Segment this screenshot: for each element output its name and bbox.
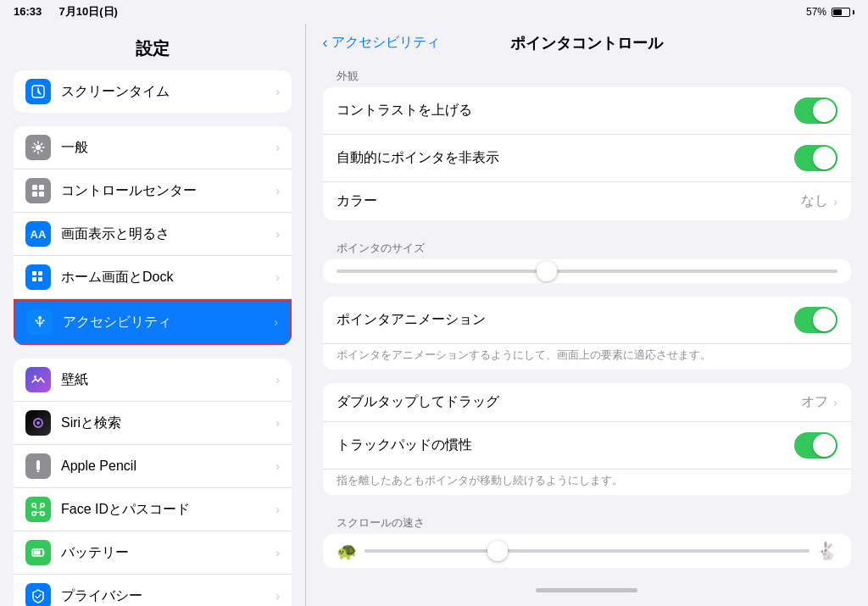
svg-rect-23 [34,551,41,555]
pointer-size-slider-track [337,270,838,273]
sidebar: 設定 スクリーンタイム › [0,24,305,606]
sidebar-chevron: › [275,589,280,603]
trackpad-description: 指を離したあともポインタが移動し続けるようにします。 [323,470,852,495]
battery-icon [25,540,51,565]
pointer-size-slider-thumb[interactable] [537,261,557,281]
status-right: 57% [806,6,854,18]
toggle-knob [813,147,836,170]
settings-group-animation: ポインタアニメーション ポインタをアニメーションするようにして、画面上の要素に適… [323,297,852,370]
svg-point-1 [36,145,41,150]
row-value-color: なし [801,192,828,210]
sidebar-group-1: スクリーンタイム › [14,70,292,113]
svg-rect-2 [32,185,37,190]
sidebar-item-general[interactable]: 一般 › [14,126,292,170]
face-id-icon [25,497,51,522]
svg-point-11 [34,375,36,378]
sidebar-item-label: 壁紙 [61,371,88,389]
back-label: アクセシビリティ [331,34,440,52]
toggle-knob [813,99,836,122]
sidebar-chevron: › [275,546,280,559]
pointer-size-slider-container [323,259,852,283]
sidebar-item-face-id[interactable]: Face IDとパスコード › [14,488,292,531]
svg-point-10 [38,316,42,320]
animation-description: ポインタをアニメーションするようにして、画面上の要素に適応させます。 [323,344,852,370]
toggle-auto-hide[interactable] [794,145,837,171]
battery-icon [832,8,854,17]
svg-marker-15 [36,470,40,472]
sidebar-item-label: スクリーンタイム [61,83,170,101]
row-double-tap[interactable]: ダブルタップしてドラッグ オフ › [323,383,852,422]
toggle-knob [813,309,836,331]
svg-rect-16 [32,503,36,507]
display-icon: AA [25,221,51,247]
sidebar-item-apple-pencil[interactable]: Apple Pencil › [14,445,292,488]
main-content: 設定 スクリーンタイム › [0,24,868,606]
sidebar-chevron: › [275,184,280,197]
settings-group-appearance: コントラストを上げる 自動的にポインタを非表示 カラー なし › [323,87,852,220]
sidebar-item-label: コントロールセンター [61,182,197,200]
bottom-bar [306,581,869,596]
sidebar-item-display[interactable]: AA 画面表示と明るさ › [14,213,292,256]
sidebar-item-privacy[interactable]: プライバシー › [14,575,292,606]
siri-icon [25,410,51,436]
status-time: 16:33 7月10日(日) [14,4,118,19]
svg-rect-9 [38,277,42,281]
sidebar-item-home-screen[interactable]: ホーム画面とDock › [14,256,292,299]
svg-point-13 [36,421,40,425]
svg-rect-19 [41,512,44,515]
scroll-slider-row: 🐢 🐇 [323,534,852,568]
toggle-contrast[interactable] [794,97,837,124]
sidebar-item-wallpaper[interactable]: 壁紙 › [14,359,292,402]
sidebar-chevron: › [275,85,280,98]
sidebar-item-accessibility[interactable]: アクセシビリティ › [14,299,292,345]
sidebar-group-3: 壁紙 › Siriと検索 › [14,359,292,606]
general-icon [25,135,51,160]
sidebar-chevron: › [275,227,280,241]
sidebar-item-control-center[interactable]: コントロールセンター › [14,170,292,213]
svg-rect-18 [32,512,36,515]
scroll-slow-icon: 🐢 [337,541,358,561]
accessibility-icon [27,309,53,335]
home-indicator [536,588,637,592]
sidebar-item-siri[interactable]: Siriと検索 › [14,402,292,445]
row-label-animation: ポインタアニメーション [337,311,795,329]
scroll-fast-icon: 🐇 [816,541,837,561]
sidebar-item-label: Apple Pencil [61,459,136,474]
svg-rect-3 [39,185,44,190]
scroll-slider-track [364,549,810,553]
panel-title: ポインタコントロール [510,33,663,53]
row-chevron-color: › [833,195,837,208]
sidebar-item-screen-time[interactable]: スクリーンタイム › [14,70,292,113]
section-label-appearance: 外観 [323,62,852,87]
svg-rect-7 [38,271,42,275]
row-color[interactable]: カラー なし › [323,182,852,220]
toggle-trackpad-inertia[interactable] [794,432,837,459]
svg-rect-6 [32,271,36,275]
scroll-slider-thumb[interactable] [487,541,508,561]
svg-point-20 [36,508,37,509]
row-animation: ポインタアニメーション [323,297,852,344]
svg-rect-17 [41,503,44,507]
sidebar-item-label: 一般 [61,139,88,157]
section-label-scroll-speed: スクロールの速さ [323,509,852,534]
row-label-color: カラー [337,192,802,210]
sidebar-item-label: Face IDとパスコード [61,501,190,519]
sidebar-chevron: › [275,503,280,516]
right-panel: ‹ アクセシビリティ ポインタコントロール 外観 コントラストを上げる 自動的に… [306,24,869,606]
slider-fill [337,270,547,273]
status-bar: 16:33 7月10日(日) 57% [0,0,868,24]
settings-group-pointer-size [323,259,852,283]
control-center-icon [25,178,51,203]
row-label-trackpad-inertia: トラックパッドの慣性 [337,436,795,454]
sidebar-item-battery[interactable]: バッテリー › [14,531,292,575]
sidebar-chevron: › [275,416,280,430]
toggle-animation[interactable] [794,307,837,333]
sidebar-chevron: › [274,315,278,329]
svg-rect-24 [43,552,45,554]
sidebar-group-2: 一般 › コントロールセンター › AA [14,126,292,345]
settings-group-scroll-speed: 🐢 🐇 [323,534,852,568]
scroll-slider-track-container [364,549,810,553]
back-button[interactable]: ‹ アクセシビリティ [323,34,440,52]
screen-time-icon [25,79,51,104]
sidebar-title: 設定 [0,31,305,70]
